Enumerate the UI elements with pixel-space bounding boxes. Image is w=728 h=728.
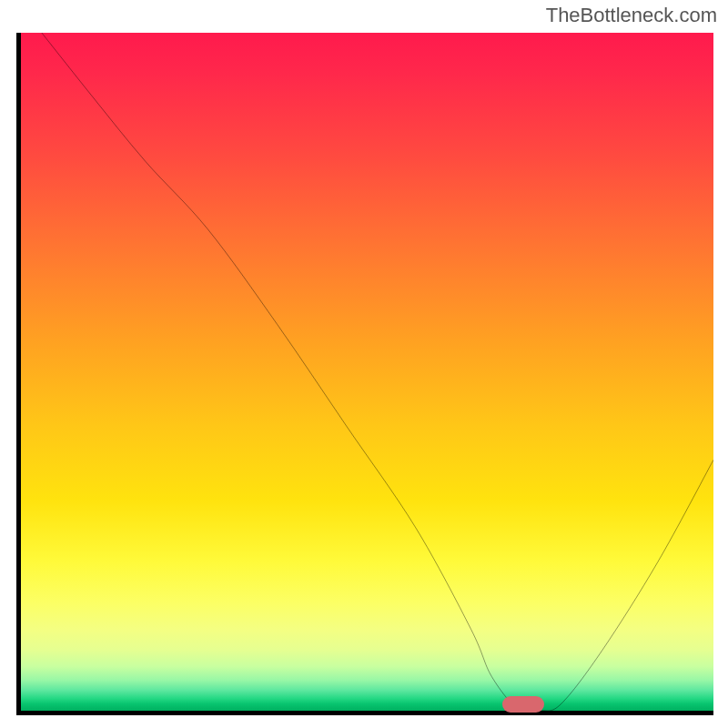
gradient-background bbox=[21, 33, 713, 711]
chart-area bbox=[16, 33, 713, 715]
attribution-text: TheBottleneck.com bbox=[546, 4, 717, 27]
optimal-marker bbox=[502, 696, 544, 713]
